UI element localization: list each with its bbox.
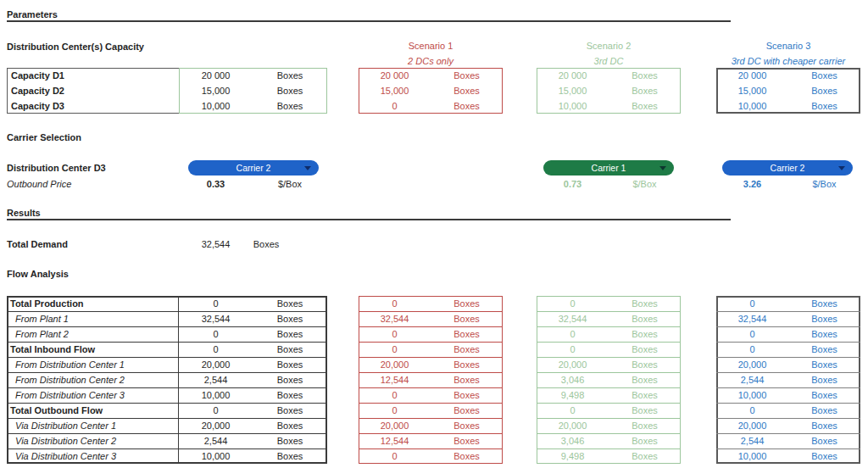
flow-scenario3-unit-cell: Boxes	[788, 418, 860, 433]
flow-scenario2-row-border	[537, 448, 681, 449]
capacity-scenario3-value-cell[interactable]: 10,000	[716, 98, 788, 114]
flow-scenario2-row-border	[537, 387, 681, 388]
flow-base-row-border	[7, 387, 327, 388]
flow-scenario2-value-cell: 20,000	[537, 357, 609, 372]
flow-scenario2-row-border	[537, 372, 681, 373]
flow-base-row-border	[7, 372, 327, 373]
flow-base-value-cell: 10,000	[179, 387, 253, 403]
capacity-scenario1-value-cell[interactable]: 15,000	[359, 83, 431, 98]
flow-base-value-cell: 0	[179, 296, 253, 311]
flow-scenario3-value-cell: 10,000	[716, 448, 788, 464]
chevron-down-icon	[304, 166, 311, 170]
flow-base-unit-cell: Boxes	[253, 342, 327, 357]
capacity-row-label: Capacity D1	[11, 68, 172, 83]
flow-scenario2-value-cell: 32,544	[537, 311, 609, 326]
capacity-scenario2-unit-cell: Boxes	[609, 83, 681, 98]
capacity-scenario3-value-cell[interactable]: 15,000	[716, 83, 788, 98]
capacity-row-label: Capacity D3	[11, 98, 172, 114]
flow-scenario2-unit-cell: Boxes	[609, 433, 681, 448]
flow-scenario1-unit-cell: Boxes	[431, 372, 503, 387]
outbound-price-base-unit: $/Box	[253, 176, 327, 192]
flow-scenario2-unit-cell: Boxes	[609, 342, 681, 357]
flow-base-row-border	[7, 326, 327, 327]
flow-scenario2-unit-cell: Boxes	[609, 326, 681, 342]
flow-scenario1-row-border	[359, 448, 503, 449]
flow-base-row-border	[7, 311, 327, 312]
flow-scenario2-row-border	[537, 403, 681, 404]
capacity-scenario1-value-cell[interactable]: 0	[359, 98, 431, 114]
flow-scenario2-row-border	[537, 418, 681, 419]
flow-row-label: From Plant 2	[15, 326, 176, 342]
capacity-scenario1-unit-cell: Boxes	[431, 68, 503, 83]
flow-scenario3-unit-cell: Boxes	[788, 448, 860, 464]
flow-scenario3-row-border	[716, 433, 860, 434]
flow-scenario1-unit-cell: Boxes	[431, 448, 503, 464]
spreadsheet-canvas: Parameters Distribution Center(s) Capaci…	[0, 0, 868, 468]
chevron-down-icon	[659, 166, 666, 170]
flow-scenario3-row-border	[716, 448, 860, 449]
flow-scenario3-value-cell: 0	[716, 296, 788, 311]
flow-scenario2-value-cell: 0	[537, 342, 609, 357]
flow-base-value-cell: 2,544	[179, 372, 253, 387]
capacity-scenario1-unit-cell: Boxes	[431, 98, 503, 114]
flow-base-unit-cell: Boxes	[253, 418, 327, 433]
flow-base-unit-cell: Boxes	[253, 296, 327, 311]
flow-scenario3-unit-cell: Boxes	[788, 326, 860, 342]
flow-scenario3-unit-cell: Boxes	[788, 311, 860, 326]
flow-scenario2-unit-cell: Boxes	[609, 372, 681, 387]
flow-scenario1-value-cell: 12,544	[359, 433, 431, 448]
flow-scenario2-value-cell: 9,498	[537, 448, 609, 464]
flow-row-label: Via Distribution Center 2	[15, 433, 176, 448]
capacity-scenario1-value-cell[interactable]: 20 000	[359, 68, 431, 83]
flow-base-unit-cell: Boxes	[253, 326, 327, 342]
capacity-base-value-cell[interactable]: 20 000	[179, 68, 253, 83]
scenario2-header: Scenario 2	[537, 38, 681, 53]
flow-base-value-cell: 20,000	[179, 418, 253, 433]
flow-scenario2-unit-cell: Boxes	[609, 296, 681, 311]
flow-scenario3-unit-cell: Boxes	[788, 403, 860, 418]
capacity-base-value-cell[interactable]: 15,000	[179, 83, 253, 98]
flow-scenario1-unit-cell: Boxes	[431, 433, 503, 448]
flow-scenario2-value-cell: 3,046	[537, 433, 609, 448]
capacity-scenario1-unit-cell: Boxes	[431, 83, 503, 98]
flow-scenario3-value-cell: 0	[716, 342, 788, 357]
flow-scenario2-value-cell: 0	[537, 403, 609, 418]
flow-scenario1-unit-cell: Boxes	[431, 357, 503, 372]
flow-scenario1-value-cell: 0	[359, 448, 431, 464]
scenario1-header: Scenario 1	[359, 38, 503, 53]
flow-row-label: Total Inbound Flow	[10, 342, 171, 357]
flow-scenario3-row-border	[716, 372, 860, 373]
flow-base-unit-cell: Boxes	[253, 311, 327, 326]
flow-base-value-cell: 0	[179, 342, 253, 357]
flow-base-value-cell: 2,544	[179, 433, 253, 448]
scenario1-subtitle: 2 DCs only	[359, 53, 503, 69]
capacity-scenario2-value-cell[interactable]: 10,000	[537, 98, 609, 114]
flow-scenario3-row-border	[716, 326, 860, 327]
flow-scenario1-unit-cell: Boxes	[431, 418, 503, 433]
carrier-dropdown-scenario2-label: Carrier 1	[592, 163, 626, 173]
outbound-price-scenario3-unit: $/Box	[788, 176, 860, 192]
carrier-dropdown-scenario2[interactable]: Carrier 1	[543, 160, 674, 176]
flow-scenario1-value-cell: 12,544	[359, 372, 431, 387]
capacity-base-unit-cell: Boxes	[253, 98, 327, 114]
capacity-title: Distribution Center(s) Capacity	[7, 39, 144, 54]
carrier-selection-title: Carrier Selection	[7, 130, 81, 145]
capacity-scenario3-unit-cell: Boxes	[788, 68, 860, 83]
flow-scenario2-row-border	[537, 433, 681, 434]
capacity-row-label: Capacity D2	[11, 83, 172, 98]
carrier-dropdown-scenario3[interactable]: Carrier 2	[722, 160, 853, 176]
carrier-dropdown-base[interactable]: Carrier 2	[188, 160, 319, 176]
results-divider	[7, 219, 731, 220]
capacity-scenario3-value-cell[interactable]: 20 000	[716, 68, 788, 83]
flow-analysis-title: Flow Analysis	[7, 266, 69, 281]
capacity-base-unit-cell: Boxes	[253, 68, 327, 83]
flow-scenario3-unit-cell: Boxes	[788, 357, 860, 372]
flow-base-unit-cell: Boxes	[253, 448, 327, 464]
flow-base-value-cell: 10,000	[179, 448, 253, 464]
flow-scenario1-row-border	[359, 326, 503, 327]
flow-scenario3-value-cell: 32,544	[716, 311, 788, 326]
capacity-scenario2-value-cell[interactable]: 15,000	[537, 83, 609, 98]
capacity-base-value-cell[interactable]: 10,000	[179, 98, 253, 114]
capacity-scenario2-value-cell[interactable]: 20 000	[537, 68, 609, 83]
flow-row-label: Via Distribution Center 3	[15, 448, 176, 464]
